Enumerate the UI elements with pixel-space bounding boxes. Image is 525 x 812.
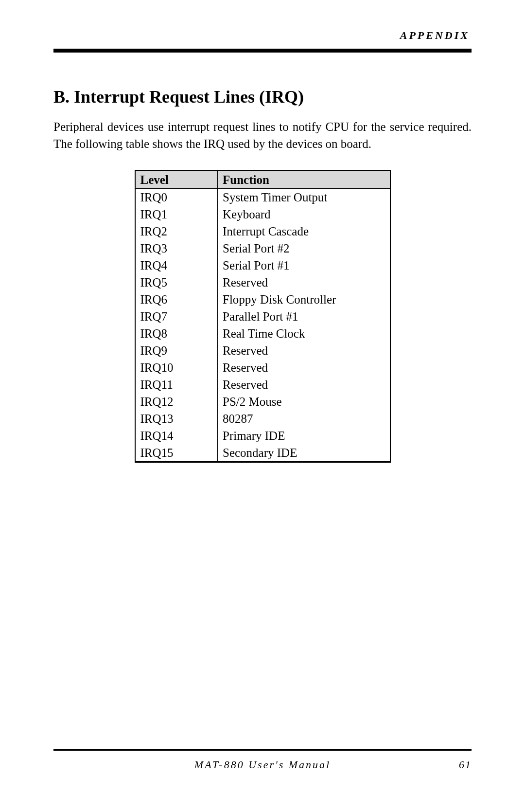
cell-function: System Timer Output — [218, 189, 390, 206]
footer-row: MAT-880 User's Manual 61 — [53, 758, 472, 771]
cell-function: Serial Port #1 — [218, 257, 390, 274]
table-row: IRQ10 Reserved — [135, 359, 390, 376]
table-row: IRQ13 80287 — [135, 410, 390, 427]
cell-function: PS/2 Mouse — [218, 393, 390, 410]
cell-level: IRQ11 — [135, 376, 218, 393]
page-heading: B. Interrupt Request Lines (IRQ) — [53, 87, 472, 107]
table-row: IRQ7 Parallel Port #1 — [135, 308, 390, 325]
col-header-function: Function — [218, 171, 390, 189]
cell-function: 80287 — [218, 410, 390, 427]
cell-function: Reserved — [218, 342, 390, 359]
table-row: IRQ15 Secondary IDE — [135, 444, 390, 462]
table-row: IRQ3 Serial Port #2 — [135, 240, 390, 257]
cell-function: Secondary IDE — [218, 444, 390, 462]
table-row: IRQ2 Interrupt Cascade — [135, 223, 390, 240]
table-wrapper: Level Function IRQ0 System Timer Output … — [53, 170, 472, 463]
cell-level: IRQ8 — [135, 325, 218, 342]
table-header-row: Level Function — [135, 171, 390, 189]
irq-table-body: IRQ0 System Timer Output IRQ1 Keyboard I… — [135, 189, 390, 462]
table-row: IRQ6 Floppy Disk Controller — [135, 291, 390, 308]
table-row: IRQ8 Real Time Clock — [135, 325, 390, 342]
rule-bottom — [53, 749, 472, 751]
cell-function: Interrupt Cascade — [218, 223, 390, 240]
page: APPENDIX B. Interrupt Request Lines (IRQ… — [0, 0, 525, 812]
table-row: IRQ11 Reserved — [135, 376, 390, 393]
cell-function: Floppy Disk Controller — [218, 291, 390, 308]
cell-level: IRQ7 — [135, 308, 218, 325]
table-row: IRQ1 Keyboard — [135, 206, 390, 223]
intro-paragraph: Peripheral devices use interrupt request… — [53, 119, 472, 152]
table-row: IRQ4 Serial Port #1 — [135, 257, 390, 274]
page-footer: MAT-880 User's Manual 61 — [53, 749, 472, 771]
table-row: IRQ14 Primary IDE — [135, 427, 390, 444]
cell-level: IRQ4 — [135, 257, 218, 274]
cell-level: IRQ3 — [135, 240, 218, 257]
footer-manual-title: MAT-880 User's Manual — [83, 758, 442, 771]
table-row: IRQ9 Reserved — [135, 342, 390, 359]
cell-function: Parallel Port #1 — [218, 308, 390, 325]
cell-level: IRQ0 — [135, 189, 218, 206]
cell-function: Reserved — [218, 376, 390, 393]
table-row: IRQ12 PS/2 Mouse — [135, 393, 390, 410]
cell-level: IRQ1 — [135, 206, 218, 223]
footer-page-number: 61 — [442, 758, 472, 771]
cell-function: Primary IDE — [218, 427, 390, 444]
cell-level: IRQ14 — [135, 427, 218, 444]
cell-level: IRQ13 — [135, 410, 218, 427]
cell-level: IRQ12 — [135, 393, 218, 410]
cell-level: IRQ15 — [135, 444, 218, 462]
cell-level: IRQ2 — [135, 223, 218, 240]
table-row: IRQ0 System Timer Output — [135, 189, 390, 206]
cell-function: Serial Port #2 — [218, 240, 390, 257]
cell-level: IRQ6 — [135, 291, 218, 308]
cell-level: IRQ5 — [135, 274, 218, 291]
irq-table: Level Function IRQ0 System Timer Output … — [135, 170, 391, 463]
rule-top — [53, 49, 472, 53]
cell-function: Keyboard — [218, 206, 390, 223]
cell-level: IRQ9 — [135, 342, 218, 359]
cell-level: IRQ10 — [135, 359, 218, 376]
section-label: APPENDIX — [53, 29, 472, 42]
cell-function: Reserved — [218, 359, 390, 376]
table-row: IRQ5 Reserved — [135, 274, 390, 291]
cell-function: Reserved — [218, 274, 390, 291]
col-header-level: Level — [135, 171, 218, 189]
cell-function: Real Time Clock — [218, 325, 390, 342]
